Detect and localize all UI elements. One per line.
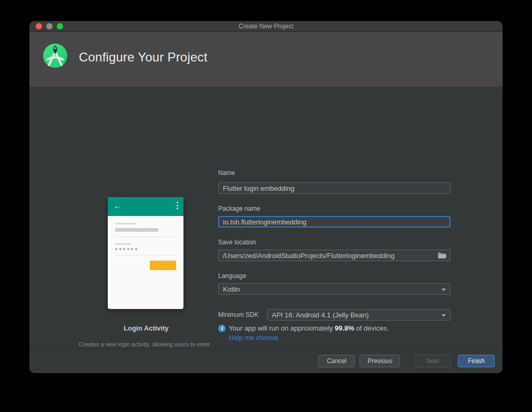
wizard-footer: Cancel Previous Next Finish — [29, 348, 503, 373]
chevron-down-icon — [442, 289, 446, 291]
back-arrow-icon: ← — [114, 201, 121, 210]
preview-text-input — [115, 228, 158, 232]
preview-field-label — [115, 223, 136, 224]
wizard-content: ← Login Activity Creates a new login act… — [29, 87, 503, 348]
language-dropdown[interactable]: Kotlin — [218, 283, 451, 295]
previous-button[interactable]: Previous — [360, 355, 400, 367]
overflow-menu-icon — [177, 202, 178, 209]
min-sdk-selected-value: API 16: Android 4.1 (Jelly Bean) — [272, 311, 369, 319]
preview-appbar: ← — [108, 197, 183, 216]
min-sdk-label: Minimum SDK — [218, 311, 259, 318]
create-new-project-dialog: Create New Project Configure Your Projec… — [29, 21, 503, 373]
template-preview-card: ← — [108, 197, 183, 309]
save-location-input[interactable] — [218, 250, 451, 261]
title-bar: Create New Project — [29, 21, 503, 32]
sdk-coverage-info: i Your app will run on approximately 99.… — [218, 324, 389, 332]
language-label: Language — [218, 272, 246, 280]
info-icon: i — [218, 325, 226, 332]
window-title: Create New Project — [239, 23, 293, 30]
preview-password-dots — [115, 248, 176, 250]
minimize-window-button[interactable] — [46, 23, 53, 29]
wizard-header: Configure Your Project — [29, 32, 503, 87]
language-selected-value: Kotlin — [223, 285, 240, 293]
browse-folder-icon[interactable] — [437, 251, 447, 259]
traffic-lights — [36, 23, 63, 29]
chevron-down-icon — [442, 314, 446, 317]
min-sdk-dropdown[interactable]: API 16: Android 4.1 (Jelly Bean) — [267, 309, 451, 321]
finish-button[interactable]: Finish — [458, 355, 495, 367]
name-label: Name — [218, 169, 235, 177]
device-percentage: 99.8% — [335, 324, 354, 332]
preview-divider — [115, 236, 176, 237]
preview-signin-button — [150, 261, 176, 270]
cancel-button[interactable]: Cancel — [318, 355, 355, 367]
help-me-choose-link[interactable]: Help me choose — [229, 334, 278, 342]
next-button: Next — [414, 355, 451, 367]
save-location-label: Save location — [218, 239, 256, 246]
preview-body — [108, 216, 183, 270]
preview-field-label — [115, 243, 131, 245]
sdk-coverage-text: Your app will run on approximately 99.8%… — [229, 324, 389, 332]
close-window-button[interactable] — [36, 23, 42, 29]
package-name-input[interactable] — [218, 216, 451, 228]
android-studio-logo-icon — [42, 43, 68, 69]
template-name: Login Activity — [79, 324, 213, 332]
package-name-label: Package name — [218, 205, 260, 212]
name-input[interactable] — [218, 182, 451, 194]
zoom-window-button[interactable] — [57, 23, 63, 29]
preview-divider — [115, 255, 176, 255]
page-title: Configure Your Project — [79, 50, 208, 65]
